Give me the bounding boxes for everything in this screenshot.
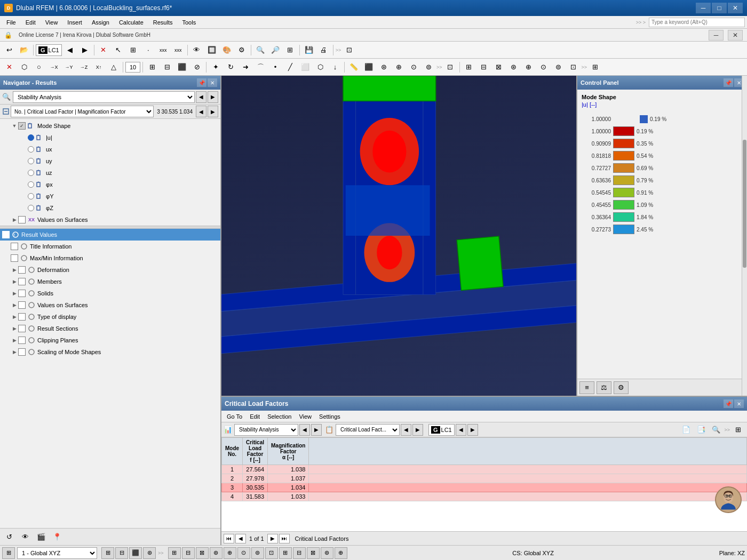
toolbar-render[interactable]: 🔲 <box>205 44 219 57</box>
bp-lc-prev[interactable]: ◀ <box>456 424 466 436</box>
bp-edit[interactable]: Edit <box>247 412 263 421</box>
cp-btn-scale[interactable]: ⚖ <box>597 381 611 394</box>
status-btn-11[interactable]: ⊙ <box>237 547 250 559</box>
status-btn-2[interactable]: ⊞ <box>101 547 114 559</box>
values-checkbox[interactable] <box>18 216 26 223</box>
mode-u-row[interactable]: |u| <box>0 132 220 143</box>
toolbar-eye[interactable]: 👁 <box>190 44 204 57</box>
lc-selector[interactable]: G LC1 <box>36 44 62 56</box>
toolbar2-extra4[interactable]: ⊙ <box>407 61 420 74</box>
toolbar2-plane[interactable]: ⬜ <box>298 61 312 74</box>
tod-expand[interactable]: ▶ <box>11 313 18 321</box>
toolbar2-results1[interactable]: ⊞ <box>462 61 476 74</box>
sms-expand[interactable]: ▶ <box>11 348 18 356</box>
mode-phiz-radio[interactable] <box>28 205 34 211</box>
result-values-row[interactable]: f Result Values <box>0 229 220 241</box>
clipping-row[interactable]: ▶ Clipping Planes <box>0 334 220 346</box>
toolbar-lc-next[interactable]: ▶ <box>78 44 92 57</box>
rs-expand[interactable]: ▶ <box>11 325 18 332</box>
mode-shape-row[interactable]: ▼ Mode Shape <box>0 120 220 132</box>
status-btn-8[interactable]: ⊠ <box>196 547 209 559</box>
nav-selector-prev[interactable]: ◀ <box>196 91 206 103</box>
mode-phix-radio[interactable] <box>28 181 34 188</box>
bp-settings[interactable]: Settings <box>316 412 344 421</box>
members-row[interactable]: ▶ Members <box>0 276 220 287</box>
ti-checkbox[interactable] <box>11 243 18 250</box>
status-btn-9[interactable]: ⊛ <box>210 547 222 559</box>
nav-btn-1[interactable]: ↺ <box>2 531 16 543</box>
toolbar-zoom-in[interactable]: 🔍 <box>253 44 267 57</box>
mem-checkbox[interactable] <box>18 278 26 285</box>
cp-expand[interactable]: ▶ <box>11 337 18 344</box>
cp-btn-table[interactable]: ≡ <box>579 381 594 394</box>
mode-ux-row[interactable]: ux <box>0 143 220 155</box>
toolbar2-last[interactable]: ⊞ <box>588 61 602 74</box>
mode-uy-radio[interactable] <box>28 158 34 164</box>
toolbar2-node2[interactable]: • <box>268 61 282 74</box>
mode-uy-row[interactable]: uy <box>0 155 220 167</box>
bp-result-selector[interactable]: Critical Load Fact... <box>336 424 400 436</box>
menu-insert[interactable]: Insert <box>63 18 86 27</box>
toolbar-grid[interactable]: ⊞ <box>283 44 297 57</box>
bp-pin-btn[interactable]: 📌 <box>724 399 733 408</box>
toolbar2-rot[interactable]: X↑ <box>92 61 106 74</box>
toolbar2-load[interactable]: ↓ <box>328 61 342 74</box>
status-btn-1[interactable]: ⊞ <box>2 547 15 559</box>
toolbar2-line[interactable]: ╱ <box>283 61 297 74</box>
type-display-row[interactable]: ▶ Type of display <box>0 311 220 323</box>
result-row-prev[interactable]: ◀ <box>196 106 206 117</box>
toolbar-color[interactable]: 🎨 <box>220 44 234 57</box>
toolbar2-measure[interactable]: 📏 <box>347 61 361 74</box>
toolbar2-extra5[interactable]: ⊚ <box>422 61 435 74</box>
navigator-pin-btn[interactable]: 📌 <box>197 78 206 87</box>
toolbar2-node[interactable]: ○ <box>32 61 46 74</box>
toolbar2-obj[interactable]: △ <box>107 61 121 74</box>
mm-checkbox[interactable] <box>11 254 18 262</box>
status-btn-3[interactable]: ⊟ <box>115 547 128 559</box>
bp-view[interactable]: View <box>296 412 315 421</box>
scaling-row[interactable]: ▶ Scaling of Mode Shapes <box>0 346 220 358</box>
vos2-row[interactable]: ▶ Values on Surfaces <box>0 299 220 311</box>
toolbar2-extra3[interactable]: ⊕ <box>392 61 406 74</box>
result-sections-row[interactable]: ▶ Result Sections <box>0 323 220 334</box>
status-btn-15[interactable]: ⊟ <box>293 547 306 559</box>
bp-selection[interactable]: Selection <box>264 412 295 421</box>
toolbar-config[interactable]: ⊡ <box>342 44 356 57</box>
toolbar-cursor[interactable]: ↖ <box>112 44 125 57</box>
mode-phiz-row[interactable]: φZ <box>0 202 220 214</box>
solids-row[interactable]: ▶ Solids <box>0 287 220 299</box>
toolbar2-rotate[interactable]: ↻ <box>224 61 237 74</box>
toolbar-undo[interactable]: ↩ <box>2 44 16 57</box>
menu-edit[interactable]: Edit <box>21 18 40 27</box>
table-row[interactable]: 1 27.564 1.038 <box>222 465 747 474</box>
toolbar2-snap1[interactable]: ⊞ <box>145 61 159 74</box>
detach-button[interactable]: ─ <box>709 30 724 41</box>
values-on-surfaces-row[interactable]: ▶ XX Values on Surfaces <box>0 214 220 226</box>
sol-checkbox[interactable] <box>18 290 26 297</box>
license-close-button[interactable]: ✕ <box>728 30 743 41</box>
toolbar-open[interactable]: 📂 <box>17 44 31 57</box>
bp-analysis-selector[interactable]: Stability Analysis <box>234 424 298 436</box>
nav-btn-2[interactable]: 👁 <box>18 531 32 543</box>
cp-scrollbar[interactable] <box>742 76 747 396</box>
toolbar-select[interactable]: ⊞ <box>126 44 140 57</box>
toolbar2-axis-y[interactable]: →Y <box>62 61 76 74</box>
status-btn-18[interactable]: ⊕ <box>335 547 347 559</box>
mode-phix-row[interactable]: φx <box>0 179 220 190</box>
rs-checkbox[interactable] <box>18 325 26 332</box>
analysis-selector[interactable]: Stability Analysis <box>13 91 195 103</box>
vos2-checkbox[interactable] <box>18 301 26 309</box>
status-btn-10[interactable]: ⊕ <box>224 547 236 559</box>
mode-shape-expand[interactable]: ▼ <box>11 122 18 130</box>
bp-lc-next[interactable]: ▶ <box>467 424 478 436</box>
toolbar2-filter-btn[interactable]: ⊡ <box>443 61 457 74</box>
toolbar2-extra2[interactable]: ⊛ <box>377 61 391 74</box>
menu-calculate[interactable]: Calculate <box>115 18 148 27</box>
status-btn-12[interactable]: ⊚ <box>251 547 264 559</box>
toolbar2-snap2[interactable]: ⊟ <box>160 61 174 74</box>
close-button[interactable]: ✕ <box>728 3 743 13</box>
menu-assign[interactable]: Assign <box>88 18 114 27</box>
toolbar-xxx2[interactable]: xxx <box>171 44 185 57</box>
cp-pin-btn[interactable]: 📌 <box>724 78 733 87</box>
toolbar2-snap4[interactable]: ⊘ <box>190 61 204 74</box>
